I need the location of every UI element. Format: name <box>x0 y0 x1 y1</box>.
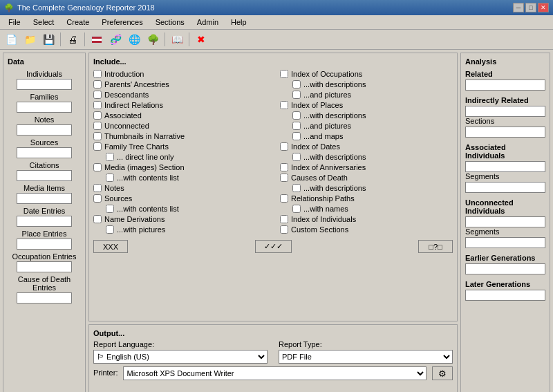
cb-associated-check[interactable] <box>93 111 102 120</box>
cb-occ-pictures-check[interactable] <box>292 91 301 99</box>
analysis-associated-input[interactable] <box>465 161 545 172</box>
cb-family-tree-charts-check[interactable] <box>93 142 102 151</box>
include-columns: Introduction Parents' Ancestries Descend… <box>93 70 453 236</box>
place-entries-input[interactable] <box>17 239 72 250</box>
cb-index-occupations: Index of Occupations <box>280 70 453 78</box>
analysis-associated-segments-label: Segments <box>465 172 545 180</box>
cb-custom-sections-check[interactable] <box>280 225 288 234</box>
data-media-items: Media Items <box>8 184 81 204</box>
cb-parents-ancestries-check[interactable] <box>93 80 102 88</box>
cb-unconnected-check[interactable] <box>93 122 102 130</box>
include-box: Include... Introduction Parents' Ancestr… <box>88 53 458 321</box>
analysis-later-gen-input[interactable] <box>465 290 545 301</box>
xxx-button[interactable]: XXX <box>93 240 128 253</box>
cb-media-contents: ...with contents list <box>93 174 266 182</box>
cb-index-anniversaries-check[interactable] <box>280 163 288 171</box>
analysis-indirectly-related-input[interactable] <box>465 106 545 117</box>
media-items-input[interactable] <box>17 193 72 204</box>
cb-index-places-check[interactable] <box>280 101 288 109</box>
tree-button[interactable]: 🌳 <box>144 32 161 47</box>
open-button[interactable]: 📁 <box>21 32 38 47</box>
analysis-associated-segments-input[interactable] <box>465 182 545 193</box>
cb-index-dates-check[interactable] <box>280 142 288 151</box>
cb-with-pictures-check[interactable] <box>106 225 114 234</box>
cb-dates-descriptions-check[interactable] <box>292 153 301 161</box>
occupation-entries-input[interactable] <box>17 261 72 272</box>
minimize-button[interactable]: ─ <box>513 3 524 12</box>
cb-occ-descriptions: ...with descriptions <box>280 80 453 88</box>
checkmarks-button[interactable]: ✓✓✓ <box>255 240 292 253</box>
cb-death-descriptions-check[interactable] <box>292 184 301 192</box>
printer-select[interactable]: Microsoft XPS Document Writer Default Pr… <box>123 366 427 380</box>
output-panel: Output... Report Language: 🏳 English (US… <box>88 324 458 392</box>
cb-index-occupations-check[interactable] <box>280 70 288 78</box>
analysis-unconnected-input[interactable] <box>465 216 545 227</box>
cb-rel-names-check[interactable] <box>292 205 301 213</box>
menu-create[interactable]: Create <box>61 17 95 28</box>
cb-sources-check[interactable] <box>93 194 102 203</box>
cb-places-descriptions-check[interactable] <box>292 111 301 120</box>
print-button[interactable]: 🖨 <box>64 32 81 47</box>
date-entries-input[interactable] <box>17 216 72 227</box>
geo-button[interactable]: 🌐 <box>126 32 142 47</box>
report-language-label: Report Language: <box>93 340 268 348</box>
new-button[interactable]: 📄 <box>3 32 19 47</box>
menu-sections[interactable]: Sections <box>150 17 190 28</box>
flag-button[interactable] <box>88 32 105 47</box>
citations-input[interactable] <box>17 170 72 181</box>
printer-row: Printer: Microsoft XPS Document Writer D… <box>93 366 453 380</box>
cb-direct-line-check[interactable] <box>106 153 114 161</box>
menu-select[interactable]: Select <box>28 17 60 28</box>
box-button[interactable]: □?□ <box>418 240 453 253</box>
menu-preferences[interactable]: Preferences <box>96 17 148 28</box>
cb-places-maps-check[interactable] <box>292 132 301 140</box>
cb-index-individuals-check[interactable] <box>280 215 288 223</box>
cb-descendants-check[interactable] <box>93 91 102 99</box>
cb-occ-descriptions-check[interactable] <box>292 80 301 88</box>
data-notes: Notes <box>8 115 81 136</box>
cb-relationship-paths-check[interactable] <box>280 194 288 203</box>
analysis-related-input[interactable] <box>465 80 545 91</box>
report-type-label: Report Type: <box>279 340 453 348</box>
cb-thumbnails-check[interactable] <box>93 132 102 140</box>
cb-dates-descriptions: ...with descriptions <box>280 153 453 161</box>
cause-of-death-input[interactable] <box>17 292 72 304</box>
save-button[interactable]: 💾 <box>40 32 57 47</box>
data-place-entries: Place Entries <box>8 230 81 250</box>
cb-notes: Notes <box>93 184 266 192</box>
cb-indirect-relations-check[interactable] <box>93 101 102 109</box>
report-type-select[interactable]: PDF File Word Document HTML Text <box>279 350 453 364</box>
close-button[interactable]: ✕ <box>538 3 549 12</box>
report-language-select[interactable]: 🏳 English (US) English (UK) French Germa… <box>93 350 268 364</box>
cb-media-section-check[interactable] <box>93 163 102 171</box>
output-title: Output... <box>93 329 453 337</box>
analysis-earlier-gen: Earlier Generations <box>465 254 545 274</box>
book-button[interactable]: 📖 <box>169 32 185 47</box>
cb-places-pictures-check[interactable] <box>292 122 301 130</box>
data-cause-of-death: Cause of Death Entries <box>8 275 81 304</box>
menu-file[interactable]: File <box>3 17 26 28</box>
maximize-button[interactable]: □ <box>525 3 536 12</box>
cb-media-contents-check[interactable] <box>106 174 114 182</box>
cb-causes-of-death-check[interactable] <box>280 174 288 182</box>
printer-settings-button[interactable]: ⚙ <box>432 366 453 380</box>
families-input[interactable] <box>17 102 72 113</box>
cb-introduction-check[interactable] <box>93 70 102 78</box>
exit-button[interactable]: ✖ <box>193 32 209 47</box>
data-occupation-entries: Occupation Entries <box>8 252 81 272</box>
analysis-unconnected: Unconnected Individuals Segments <box>465 198 545 248</box>
cb-name-derivations-check[interactable] <box>93 215 102 223</box>
sources-input[interactable] <box>17 147 72 158</box>
analysis-earlier-gen-input[interactable] <box>465 263 545 274</box>
menu-help[interactable]: Help <box>225 17 252 28</box>
dna-button[interactable]: 🧬 <box>107 32 124 47</box>
cb-notes-check[interactable] <box>93 184 102 192</box>
analysis-earlier-gen-label: Earlier Generations <box>465 254 545 262</box>
cb-sources-contents-check[interactable] <box>106 205 114 213</box>
notes-input[interactable] <box>17 124 72 136</box>
toolbar: 📄 📁 💾 🖨 🧬 🌐 🌳 📖 ✖ <box>0 30 553 50</box>
analysis-sections-input[interactable] <box>465 127 545 138</box>
individuals-input[interactable] <box>17 79 72 90</box>
menu-admin[interactable]: Admin <box>191 17 224 28</box>
analysis-unconnected-segments-input[interactable] <box>465 237 545 248</box>
